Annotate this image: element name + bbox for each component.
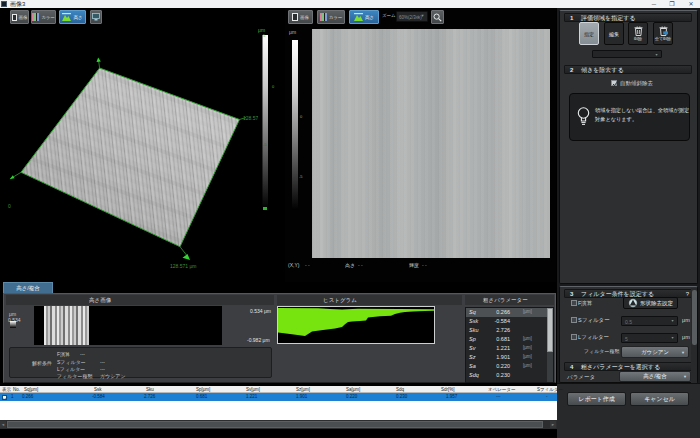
- roughness-parameter-list: Sq0.266[μm] Ssk-0.584 Sku2.726 Sp0.681[μ…: [465, 307, 554, 383]
- brightness-label: 輝度: [409, 262, 419, 268]
- tip-text: 領域を指定しない場合は、全領域が測定対象となります。: [595, 106, 694, 124]
- horizontal-scrollbar[interactable]: ◄ ►: [0, 420, 557, 429]
- analysis-conditions-box: 解析条件 F演算 --- Sフィルター --- Lフィルター --- フィルター…: [9, 347, 272, 378]
- mini-gradient-chip: [10, 321, 16, 328]
- l-filter-checkbox[interactable]: [571, 334, 577, 340]
- height-colorbar-2d: [292, 40, 298, 210]
- param-row[interactable]: Sa0.220[μm]: [466, 362, 548, 371]
- table-row[interactable]: 1 0.266 -0.584 2.726 0.681 1.221 1.901 0…: [0, 393, 557, 401]
- panel-filter-params: 3フィルター条件を設定する ? F演算 形状除去設定 Sフィルター 0.5 ▾ …: [559, 286, 698, 383]
- scroll-left-arrow[interactable]: ◄: [0, 421, 6, 428]
- color-view-button-2d[interactable]: カラー: [317, 10, 345, 24]
- row-checkbox[interactable]: [2, 395, 7, 400]
- height-view-button[interactable]: 高さ: [59, 10, 86, 24]
- f-operation-checkbox[interactable]: [571, 300, 577, 306]
- param-row[interactable]: Ssk-0.584: [466, 317, 548, 326]
- param-row[interactable]: Sv1.221[μm]: [466, 344, 548, 353]
- param-row[interactable]: Sq0.266[μm]: [466, 308, 548, 317]
- display-settings-button[interactable]: [90, 10, 102, 24]
- delete-all-regions-button[interactable]: 全て削除: [653, 22, 673, 45]
- help-icon[interactable]: ?: [686, 290, 689, 298]
- parameter-label: パラメータ: [567, 374, 595, 381]
- param-row[interactable]: Sz1.901[μm]: [466, 353, 548, 362]
- check-icon: [3, 396, 8, 401]
- histogram-max-label: 0.534 μm: [250, 308, 271, 314]
- parameter-select[interactable]: 高さ/複合 ▼: [619, 371, 691, 382]
- param-row[interactable]: Sp0.681[μm]: [466, 335, 548, 344]
- measurement-results-table: 表示 No. Sq[μm] Ssk Sku Sp[μm] Sv[μm] Sz[μ…: [0, 386, 557, 420]
- axis-x-label: 128.571 μm: [170, 263, 197, 269]
- scrollbar-thumb[interactable]: [692, 290, 697, 345]
- tip-box: 領域を指定しない場合は、全領域が測定対象となります。: [569, 93, 690, 141]
- zoom-select[interactable]: 60%(2/3倍) ▼: [396, 11, 428, 22]
- f-operation-label: F演算: [578, 300, 592, 307]
- surface-3d-plot[interactable]: [0, 24, 283, 282]
- height-view-button-2d[interactable]: 高さ: [349, 10, 379, 24]
- minimize-button[interactable]: ─: [648, 0, 660, 8]
- histogram-title: ヒストグラム: [277, 295, 462, 305]
- color-icon: [320, 13, 327, 21]
- height-label: 高さ: [345, 262, 355, 268]
- close-button[interactable]: ✕: [685, 0, 697, 8]
- edit-region-button[interactable]: 編集: [604, 22, 624, 45]
- scrollbar-thumb[interactable]: [547, 308, 553, 352]
- magnifier-icon: [433, 13, 442, 22]
- delete-region-button[interactable]: 削除: [628, 22, 648, 45]
- param-row[interactable]: Sdq0.230: [466, 371, 548, 380]
- l-filter-unit: μm: [682, 334, 690, 340]
- surface-2d-image[interactable]: [312, 29, 550, 258]
- tab-height-hybrid[interactable]: 高さ/複合: [3, 282, 53, 293]
- image-view-button-2d[interactable]: 画像: [288, 10, 313, 24]
- s-filter-checkbox[interactable]: [571, 317, 577, 323]
- shape-removal-icon: [628, 298, 638, 308]
- shape-removal-button[interactable]: 形状除去設定: [623, 297, 678, 309]
- parameter-scrollbar[interactable]: [547, 308, 553, 383]
- specify-region-button[interactable]: 指定: [579, 22, 599, 45]
- zoom-label: ズーム: [382, 13, 396, 18]
- panel-scrollbar[interactable]: [691, 288, 697, 383]
- filter-type-select[interactable]: ガウシアン ▼: [621, 346, 689, 358]
- image-icon: [292, 13, 298, 21]
- magnifier-button[interactable]: [431, 10, 444, 24]
- height-icon: [62, 13, 71, 21]
- chevron-down-icon: ▼: [683, 374, 687, 379]
- step2-header: 2傾きを除去する: [564, 65, 692, 74]
- pane-3d-view: 画像 カラー 高さ: [0, 8, 283, 282]
- height-image-thumbnail[interactable]: [44, 306, 89, 345]
- height-colorbar-3d: [263, 35, 269, 209]
- image-view-button[interactable]: 画像: [10, 10, 29, 24]
- maximize-button[interactable]: ❐: [666, 0, 678, 8]
- region-select[interactable]: ▾: [592, 50, 662, 58]
- monitor-icon: [92, 13, 100, 21]
- axis-y-label: 128.571 μm: [243, 115, 258, 121]
- settings-sidebar: 1評価領域を指定する 指定 編集 削除 全て削除 ▾ 2傾きを除去する: [557, 8, 700, 438]
- surface-plane: [21, 68, 240, 247]
- chevron-down-icon: ▼: [681, 350, 685, 355]
- app-icon: [1, 1, 7, 7]
- xy-label: (X,Y): [288, 262, 299, 268]
- s-filter-input[interactable]: 0.5 ▾: [621, 316, 678, 326]
- s-filter-label: Sフィルター: [578, 317, 610, 324]
- trash-all-icon: [659, 26, 668, 36]
- param-row[interactable]: Sku2.726: [466, 326, 548, 335]
- spinner-icon: ▾: [669, 318, 676, 324]
- scrollbar-thumb[interactable]: [7, 421, 543, 428]
- create-report-button[interactable]: レポート作成: [567, 392, 626, 406]
- filter-type-label: フィルター種類: [584, 348, 619, 354]
- l-filter-input[interactable]: 5 ▾: [621, 333, 678, 343]
- axis-origin-label: 0: [8, 203, 11, 209]
- step1-header: 1評価領域を指定する: [564, 13, 692, 22]
- window-titlebar: 画像3 ─ ❐ ✕: [0, 0, 700, 8]
- color-view-button[interactable]: カラー: [31, 10, 56, 24]
- check-icon: [612, 81, 618, 87]
- scroll-right-arrow[interactable]: ►: [550, 421, 556, 428]
- height-image-strip: [34, 306, 222, 345]
- cancel-button[interactable]: キャンセル: [630, 392, 689, 406]
- histogram-plot: [277, 306, 435, 344]
- application-window: 画像3 ─ ❐ ✕ 画像 カラー 高さ: [0, 0, 700, 438]
- chevron-down-icon: ▼: [419, 13, 426, 20]
- histogram-min-label: -0.982 μm: [247, 337, 270, 343]
- chevron-down-icon: ▾: [653, 52, 660, 56]
- s-filter-unit: μm: [682, 317, 690, 323]
- auto-tilt-checkbox[interactable]: [611, 80, 617, 86]
